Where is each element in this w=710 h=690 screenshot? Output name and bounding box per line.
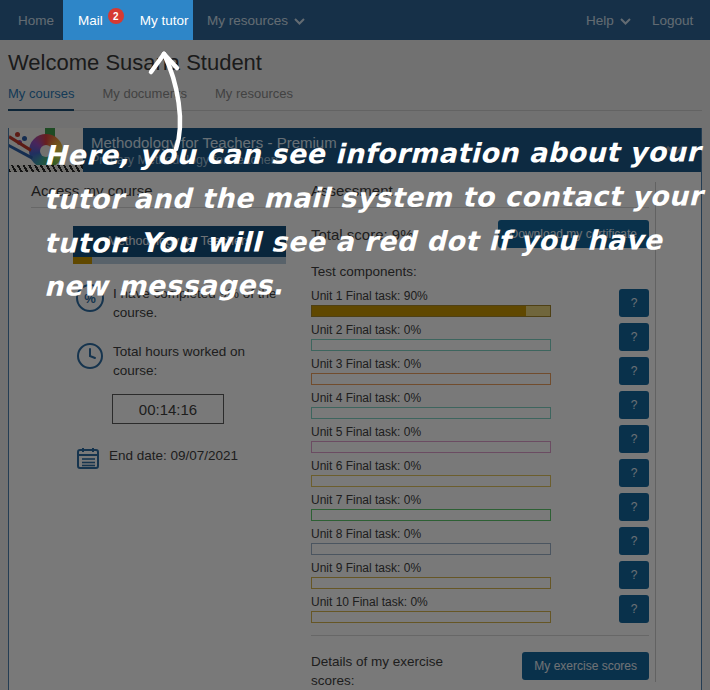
- tutorial-arrow-icon: [140, 45, 200, 161]
- tutorial-text-line: tutor and the mail system to contact you…: [44, 180, 702, 214]
- nav-my-tutor[interactable]: My tutor: [140, 13, 189, 28]
- nav-my-tutor-label: My tutor: [140, 13, 189, 28]
- app-window: Home My resources Help Logout Mail 2 My …: [0, 0, 710, 690]
- tutorial-text-line: new messages.: [44, 269, 283, 301]
- nav-highlight-group: Mail 2 My tutor: [63, 0, 193, 40]
- nav-mail[interactable]: Mail 2: [78, 12, 124, 28]
- mail-unread-badge: 2: [108, 8, 124, 24]
- nav-mail-label: Mail: [78, 13, 103, 28]
- tutorial-dim-overlay: [0, 0, 710, 690]
- tutorial-text-line: tutor. You will see a red dot if you hav…: [44, 224, 662, 258]
